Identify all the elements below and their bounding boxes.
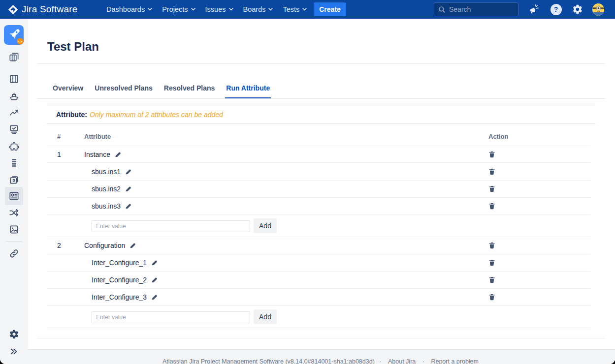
releases-icon[interactable] bbox=[8, 91, 20, 103]
menu-boards[interactable]: Boards bbox=[238, 0, 278, 19]
jira-diamond-icon bbox=[8, 4, 18, 15]
help-icon[interactable]: ? bbox=[550, 3, 562, 15]
tabs-divider bbox=[37, 98, 605, 99]
create-button[interactable]: Create bbox=[314, 2, 346, 16]
jira-window: Jira Software Dashboards Projects Issues… bbox=[0, 0, 615, 364]
menu-dashboards[interactable]: Dashboards bbox=[101, 0, 157, 19]
expand-sidebar-icon[interactable] bbox=[8, 345, 20, 358]
feedback-megaphone-icon[interactable] bbox=[528, 3, 540, 15]
table-row: sbus.ins3 bbox=[47, 198, 590, 215]
sidebar-divider bbox=[6, 241, 22, 242]
delete-trash-icon[interactable] bbox=[488, 202, 495, 210]
table-row: sbus.ins1 bbox=[47, 163, 590, 181]
search-box[interactable] bbox=[434, 2, 518, 16]
delete-trash-icon[interactable] bbox=[488, 276, 495, 284]
edit-pencil-icon[interactable] bbox=[151, 294, 158, 301]
chevron-down-icon bbox=[191, 8, 195, 11]
edit-pencil-icon[interactable] bbox=[151, 276, 158, 283]
backlog-icon[interactable] bbox=[8, 51, 20, 63]
notice-top-divider bbox=[47, 105, 595, 105]
tab-resolved-plans[interactable]: Resolved Plans bbox=[163, 83, 216, 98]
links-icon[interactable] bbox=[8, 247, 20, 260]
top-navigation-bar: Jira Software Dashboards Projects Issues… bbox=[0, 0, 615, 19]
notice-message: Only maximum of 2 attributes can be adde… bbox=[90, 111, 223, 119]
menu-tests[interactable]: Tests bbox=[278, 0, 312, 19]
row-number: 2 bbox=[57, 242, 61, 249]
test-plan-icon[interactable] bbox=[8, 190, 20, 202]
attribute-notice: Attribute:Only maximum of 2 attributes c… bbox=[56, 111, 223, 119]
edit-pencil-icon[interactable] bbox=[125, 185, 131, 192]
attribute-value: Inter_Configure_2 bbox=[92, 276, 147, 284]
row-number: 1 bbox=[57, 151, 61, 158]
edit-pencil-icon[interactable] bbox=[151, 259, 158, 266]
edit-pencil-icon[interactable] bbox=[125, 168, 131, 175]
active-sprints-icon[interactable] bbox=[8, 123, 20, 135]
title-divider bbox=[37, 63, 605, 64]
delete-trash-icon[interactable] bbox=[488, 151, 495, 158]
enter-value-input[interactable] bbox=[92, 311, 250, 323]
edit-pencil-icon[interactable] bbox=[129, 242, 136, 249]
brand-text: Jira Software bbox=[22, 4, 77, 15]
pages-icon[interactable] bbox=[8, 173, 20, 185]
project-sidebar: <> bbox=[0, 19, 28, 364]
project-avatar-rocket[interactable]: <> bbox=[4, 25, 24, 45]
edit-pencil-icon[interactable] bbox=[125, 203, 131, 210]
edit-pencil-icon[interactable] bbox=[114, 151, 121, 158]
delete-trash-icon[interactable] bbox=[488, 242, 495, 249]
reports-icon[interactable] bbox=[8, 106, 20, 119]
chevron-down-icon bbox=[148, 8, 152, 11]
avatar-image bbox=[592, 3, 604, 16]
column-header-action: Action bbox=[488, 133, 508, 140]
media-icon[interactable] bbox=[8, 223, 20, 236]
jira-logo[interactable]: Jira Software bbox=[8, 0, 77, 19]
project-settings-icon[interactable] bbox=[8, 328, 20, 340]
chevron-down-icon bbox=[302, 8, 307, 11]
delete-trash-icon[interactable] bbox=[488, 293, 495, 301]
footer-link-about-jira[interactable]: About Jira bbox=[388, 358, 416, 364]
svg-text:<>: <> bbox=[18, 39, 23, 44]
page-title: Test Plan bbox=[47, 40, 99, 54]
chevron-down-icon bbox=[229, 8, 233, 11]
search-icon bbox=[438, 6, 446, 13]
tab-unresolved-plans[interactable]: Unresolved Plans bbox=[94, 83, 154, 98]
tab-run-attribute[interactable]: Run Attribute bbox=[225, 83, 271, 98]
footer-link-report-problem[interactable]: Report a problem bbox=[431, 358, 479, 364]
attribute-value: sbus.ins3 bbox=[92, 202, 121, 210]
add-value-row: Add bbox=[47, 306, 590, 328]
tab-overview[interactable]: Overview bbox=[52, 83, 84, 98]
attribute-name: Instance bbox=[84, 151, 110, 158]
main-content: Test Plan Overview Unresolved Plans Reso… bbox=[28, 19, 615, 364]
question-mark-glyph: ? bbox=[550, 4, 562, 15]
attribute-name: Configuration bbox=[84, 242, 125, 249]
table-row: sbus.ins2 bbox=[47, 181, 590, 198]
delete-trash-icon[interactable] bbox=[488, 259, 495, 267]
enter-value-input[interactable] bbox=[92, 220, 250, 232]
table-row: 1 Instance bbox=[47, 146, 590, 163]
notice-label: Attribute: bbox=[56, 111, 87, 119]
table-row: Inter_Configure_2 bbox=[47, 272, 590, 289]
settings-gear-icon[interactable] bbox=[572, 3, 583, 15]
column-header-num: # bbox=[57, 133, 61, 140]
board-icon[interactable] bbox=[8, 73, 20, 85]
user-avatar[interactable] bbox=[592, 3, 604, 15]
column-header-attribute: Attribute bbox=[84, 133, 111, 140]
footer-text-line: Atlassian Jira Project Management Softwa… bbox=[28, 358, 615, 364]
add-ons-icon[interactable] bbox=[8, 141, 20, 153]
table-row: Inter_Configure_1 bbox=[47, 254, 590, 272]
main-menu: Dashboards Projects Issues Boards Tests bbox=[101, 0, 312, 19]
content-bottom-divider bbox=[37, 338, 605, 338]
menu-projects[interactable]: Projects bbox=[157, 0, 200, 19]
issue-list-icon[interactable] bbox=[8, 156, 20, 169]
table-row: 2 Configuration bbox=[47, 237, 590, 254]
shuffle-icon[interactable] bbox=[8, 207, 20, 219]
delete-trash-icon[interactable] bbox=[488, 168, 495, 176]
table-header: # Attribute Action bbox=[47, 133, 590, 146]
delete-trash-icon[interactable] bbox=[488, 185, 495, 193]
attribute-value: sbus.ins1 bbox=[92, 168, 121, 176]
add-button[interactable]: Add bbox=[254, 218, 277, 233]
chevron-down-icon bbox=[268, 8, 273, 11]
menu-issues[interactable]: Issues bbox=[200, 0, 238, 19]
attribute-value: Inter_Configure_3 bbox=[92, 293, 147, 301]
add-button[interactable]: Add bbox=[254, 309, 277, 324]
search-input[interactable] bbox=[449, 5, 508, 13]
